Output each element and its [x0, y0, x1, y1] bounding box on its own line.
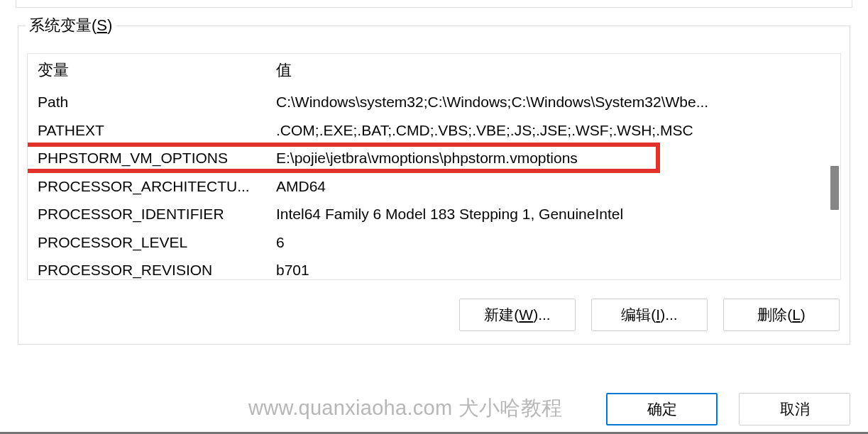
- delete-button[interactable]: 删除(L): [723, 299, 840, 331]
- row-variable-value: .COM;.EXE;.BAT;.CMD;.VBS;.VBE;.JS;.JSE;.…: [276, 119, 830, 143]
- row-variable-value: AMD64: [276, 175, 830, 199]
- table-row[interactable]: PATHEXT.COM;.EXE;.BAT;.CMD;.VBS;.VBE;.JS…: [28, 116, 840, 145]
- system-buttons-row: 新建(W)... 编辑(I)... 删除(L): [27, 299, 841, 331]
- group-title-prefix: 系统变量(: [29, 16, 97, 34]
- new-button[interactable]: 新建(W)...: [459, 299, 576, 331]
- row-variable-value: b701: [276, 259, 830, 280]
- scroll-thumb[interactable]: [830, 166, 839, 210]
- row-variable-name: Path: [38, 91, 276, 114]
- row-variable-value: C:\Windows\system32;C:\Windows;C:\Window…: [276, 91, 830, 114]
- group-title-suffix: ): [107, 16, 112, 34]
- list-header[interactable]: 变量 值: [28, 54, 840, 88]
- list-body: PathC:\Windows\system32;C:\Windows;C:\Wi…: [28, 88, 840, 280]
- table-row[interactable]: PHPSTORM_VM_OPTIONSE:\pojie\jetbra\vmopt…: [28, 144, 840, 172]
- table-row[interactable]: PROCESSOR_ARCHITECTU...AMD64: [28, 172, 840, 201]
- table-row[interactable]: PathC:\Windows\system32;C:\Windows;C:\Wi…: [28, 88, 840, 116]
- table-row[interactable]: PROCESSOR_LEVEL6: [28, 228, 840, 257]
- row-variable-name: PHPSTORM_VM_OPTIONS: [38, 147, 276, 170]
- table-row[interactable]: PROCESSOR_REVISIONb701: [28, 256, 840, 280]
- upper-panel-edge: [16, 0, 852, 8]
- edit-button[interactable]: 编辑(I)...: [591, 299, 708, 331]
- watermark-text: www.quanxiaoha.com 犬小哈教程: [248, 394, 562, 423]
- header-variable[interactable]: 变量: [38, 60, 276, 81]
- ok-button[interactable]: 确定: [606, 393, 718, 425]
- cancel-button[interactable]: 取消: [739, 393, 850, 425]
- row-variable-value: 6: [276, 231, 830, 255]
- table-row[interactable]: PROCESSOR_IDENTIFIERIntel64 Family 6 Mod…: [28, 200, 840, 228]
- row-variable-name: PROCESSOR_ARCHITECTU...: [38, 175, 276, 199]
- variables-list[interactable]: 变量 值 PathC:\Windows\system32;C:\Windows;…: [27, 53, 841, 280]
- row-variable-name: PROCESSOR_IDENTIFIER: [38, 203, 276, 226]
- system-variables-group: 系统变量(S) 变量 值 PathC:\Windows\system32;C:\…: [18, 26, 850, 345]
- row-variable-name: PATHEXT: [38, 119, 276, 143]
- scrollbar[interactable]: [823, 54, 840, 279]
- row-variable-name: PROCESSOR_LEVEL: [38, 231, 276, 255]
- row-variable-value: E:\pojie\jetbra\vmoptions\phpstorm.vmopt…: [276, 147, 830, 170]
- dialog-buttons: 确定 取消: [606, 393, 850, 425]
- group-title-hotkey: S: [97, 16, 107, 34]
- row-variable-name: PROCESSOR_REVISION: [38, 259, 276, 280]
- header-value[interactable]: 值: [276, 60, 830, 81]
- group-title: 系统变量(S): [26, 15, 116, 36]
- row-variable-value: Intel64 Family 6 Model 183 Stepping 1, G…: [276, 203, 830, 226]
